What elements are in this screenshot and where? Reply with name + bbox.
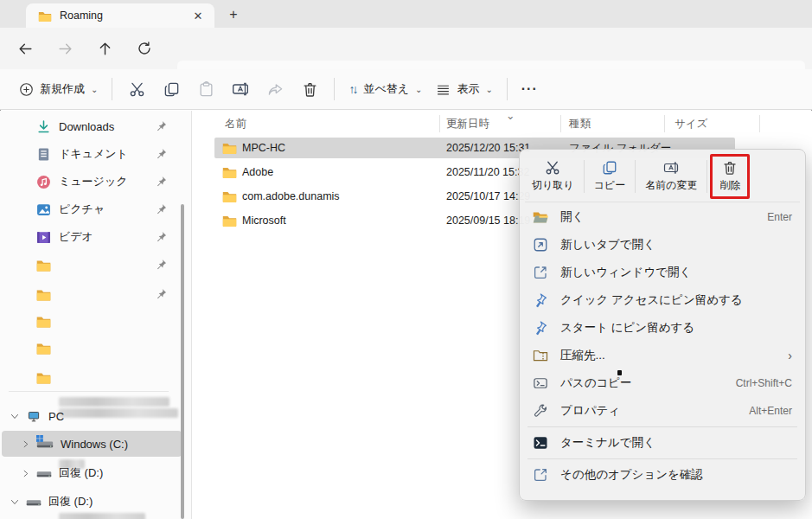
context-delete-button[interactable]: 削除: [710, 154, 750, 199]
column-divider[interactable]: [664, 115, 665, 132]
column-divider[interactable]: [759, 115, 760, 132]
sidebar-item-blurred[interactable]: [3, 335, 176, 361]
paste-button[interactable]: [189, 74, 223, 104]
chevron-down-icon[interactable]: [9, 496, 21, 508]
sidebar-item-recovery-d1[interactable]: 回復 (D:): [2, 460, 182, 486]
view-button[interactable]: 表示 ⌄: [429, 76, 499, 102]
videos-icon: [36, 230, 51, 245]
sidebar-item-videos[interactable]: ビデオ: [3, 224, 176, 250]
quick-actions-divider: [635, 160, 636, 193]
share-button[interactable]: [258, 74, 292, 104]
forward-button[interactable]: [50, 35, 80, 62]
quick-action-label: 切り取り: [532, 178, 574, 193]
column-divider[interactable]: [560, 115, 561, 132]
refresh-button[interactable]: [130, 35, 159, 62]
file-name: MPC-HC: [242, 142, 285, 154]
menu-item-label: 圧縮先...: [560, 348, 788, 363]
drive-icon: [36, 467, 52, 480]
wrench-icon: [533, 403, 548, 419]
chevron-right-icon[interactable]: [19, 438, 31, 450]
sort-button[interactable]: ↑↓ 並べ替え ⌄: [342, 76, 429, 102]
sidebar-item-blurred[interactable]: [3, 252, 176, 278]
sort-label: 並べ替え: [363, 81, 409, 97]
more-icon: ···: [521, 81, 538, 97]
quick-action-label: 名前の変更: [645, 178, 697, 193]
cut-icon: [545, 160, 560, 176]
file-explorer-window: Roaming ✕ + › PC› Windows (C:)› ユーザー› Ow…: [0, 0, 812, 519]
menu-item-open-new-tab[interactable]: 新しいタブで開く: [524, 231, 801, 259]
rename-icon: [663, 160, 679, 176]
folder-icon: [38, 10, 52, 22]
sidebar-item-windows-c[interactable]: Windows (C:): [2, 431, 182, 457]
up-button[interactable]: [90, 35, 119, 62]
menu-item-properties[interactable]: プロパティ Alt+Enter: [524, 397, 801, 425]
mouse-cursor: [617, 370, 622, 375]
menu-item-compress[interactable]: 圧縮先... ›: [524, 342, 801, 369]
view-lines-icon: [436, 82, 451, 97]
sidebar-item-label: Windows (C:): [61, 438, 128, 451]
windows-drive-icon: [36, 438, 54, 450]
explorer-tab[interactable]: Roaming ✕: [26, 3, 214, 28]
menu-divider: [525, 202, 800, 202]
sidebar-item-blurred[interactable]: [3, 364, 176, 390]
chevron-down-icon[interactable]: [9, 410, 21, 422]
new-window-icon: [533, 265, 548, 280]
documents-icon: [36, 147, 51, 162]
chevron-right-icon[interactable]: [19, 467, 31, 479]
file-date: 2025/12/20 15:31: [446, 142, 530, 154]
menu-item-pin-to-start[interactable]: スタート にピン留めする: [524, 314, 801, 342]
sidebar-item-downloads[interactable]: Downloads: [3, 113, 176, 139]
context-rename-button[interactable]: 名前の変更: [638, 154, 704, 199]
sidebar-item-pc[interactable]: PC: [2, 403, 182, 429]
menu-item-label: クイック アクセスにピン留めする: [560, 292, 792, 308]
context-menu: 切り取り コピー 名前の変更 削除 開く Enter: [519, 149, 806, 501]
new-item-button[interactable]: 新規作成 ⌄: [12, 76, 105, 102]
sidebar-item-blurred[interactable]: [3, 281, 176, 307]
sidebar-item-label: ドキュメント: [59, 146, 128, 162]
cut-icon: [129, 81, 145, 98]
sidebar-divider: [9, 391, 169, 392]
sidebar-item-documents[interactable]: ドキュメント: [3, 141, 176, 167]
view-label: 表示: [457, 81, 479, 97]
chevron-down-icon: ⌄: [91, 85, 98, 94]
column-divider[interactable]: [439, 115, 440, 132]
new-tab-button[interactable]: +: [225, 6, 242, 23]
sidebar-scrollbar[interactable]: [181, 204, 184, 519]
pin-icon: [532, 319, 550, 337]
menu-item-pin-quick-access[interactable]: クイック アクセスにピン留めする: [524, 286, 801, 314]
pin-icon: [155, 175, 168, 188]
menu-item-open-new-window[interactable]: 新しいウィンドウで開く: [524, 259, 801, 286]
folder-icon: [36, 341, 51, 356]
see-more-button[interactable]: ···: [515, 76, 545, 102]
column-header-size[interactable]: サイズ: [675, 117, 707, 131]
forward-icon: [57, 41, 74, 57]
menu-item-open[interactable]: 開く Enter: [524, 203, 801, 231]
menu-item-label: 新しいウィンドウで開く: [560, 265, 792, 280]
menu-item-label: プロパティ: [560, 403, 749, 419]
context-cut-button[interactable]: 切り取り: [525, 154, 581, 199]
copy-icon: [602, 160, 617, 176]
delete-button[interactable]: [292, 74, 327, 104]
menu-item-open-terminal[interactable]: ターミナルで開く: [524, 429, 801, 457]
column-header-type[interactable]: 種類: [569, 117, 591, 131]
context-copy-button[interactable]: コピー: [587, 154, 633, 199]
tab-close-icon[interactable]: ✕: [190, 8, 206, 23]
sidebar-item-pictures[interactable]: ピクチャ: [3, 196, 176, 222]
copy-button[interactable]: [154, 74, 189, 104]
column-header-date[interactable]: 更新日時: [446, 117, 489, 131]
menu-item-show-more-options[interactable]: その他のオプションを確認: [524, 461, 801, 489]
navigation-bar: › PC› Windows (C:)› ユーザー› Owner› AppData…: [0, 28, 812, 69]
paste-icon: [198, 81, 214, 98]
folder-icon: [36, 314, 51, 329]
sidebar-item-blurred[interactable]: [3, 308, 176, 334]
column-header-name[interactable]: 名前: [225, 117, 246, 131]
folder-open-icon: [533, 209, 548, 225]
navigation-pane: Downloads ドキュメント ミュージック ピクチャ ビデオ: [0, 111, 192, 519]
cut-button[interactable]: [119, 74, 154, 104]
menu-item-copy-path[interactable]: パスのコピー Ctrl+Shift+C: [524, 369, 801, 397]
sidebar-item-recovery-d2[interactable]: 回復 (D:): [2, 489, 182, 515]
pin-icon: [155, 119, 168, 132]
sidebar-item-music[interactable]: ミュージック: [3, 169, 176, 195]
rename-button[interactable]: [223, 74, 258, 104]
back-button[interactable]: [10, 35, 40, 62]
